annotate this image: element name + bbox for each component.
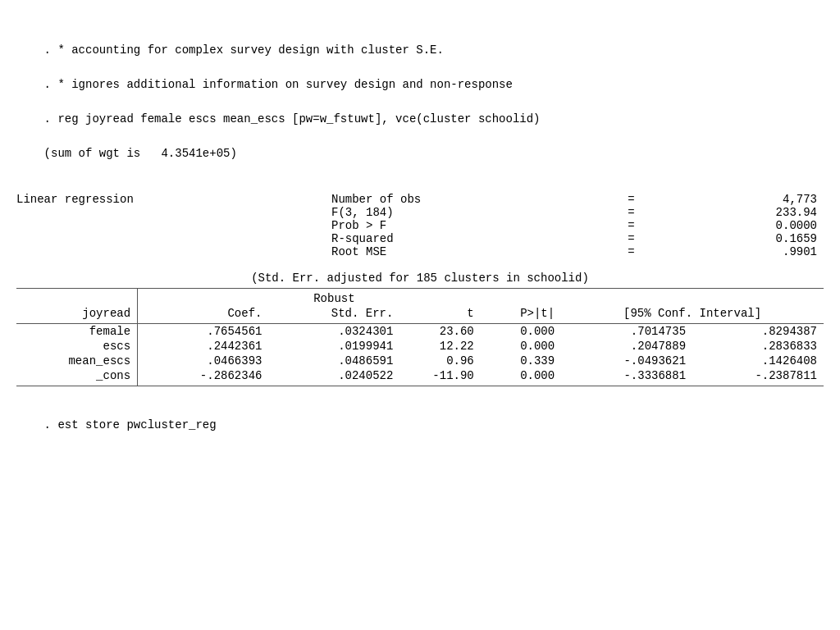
stats-table: Number of obs = 4,773 F(3, 184) = 233.94… [328, 193, 824, 258]
f-eq: = [624, 206, 666, 219]
std-err-note: (Std. Err. adjusted for 185 clusters in … [16, 272, 824, 285]
table-row: mean_escs .0466393 .0486591 0.96 0.339 -… [16, 354, 824, 368]
coef-val: .2442361 [138, 339, 269, 354]
ci-hi-val: .8294387 [692, 324, 824, 340]
header-row-1: Robust [16, 289, 824, 307]
line4: (sum of wgt is 4.3541e+05) [44, 147, 237, 160]
se-label: Std. Err. [268, 306, 399, 324]
ci-label: [95% Conf. Interval] [561, 306, 824, 324]
coef-val: -.2862346 [138, 368, 269, 386]
se-val: .0486591 [268, 354, 399, 368]
prob-label: Prob > F [328, 219, 624, 232]
footer-command: . est store pwcluster_reg [16, 399, 824, 451]
prob-val: 0.0000 [666, 219, 824, 232]
p-header [481, 289, 561, 307]
rsq-val: 0.1659 [666, 232, 824, 245]
ci-lo-val: -.3336881 [561, 368, 692, 386]
stats-block: Linear regression Number of obs = 4,773 … [16, 193, 824, 258]
table-row: _cons -.2862346 .0240522 -11.90 0.000 -.… [16, 368, 824, 386]
t-val: -11.90 [399, 368, 480, 386]
se-val: .0199941 [268, 339, 399, 354]
prob-eq: = [624, 219, 666, 232]
var-name: _cons [16, 368, 138, 386]
main-content: . * accounting for complex survey design… [16, 16, 824, 459]
var-name: female [16, 324, 138, 340]
coef-header [138, 289, 269, 307]
line2: . * ignores additional information on su… [44, 78, 513, 91]
p-val: 0.000 [481, 324, 561, 340]
line1: . * accounting for complex survey design… [44, 43, 444, 57]
rsq-eq: = [624, 232, 666, 245]
model-label: Linear regression [16, 193, 134, 206]
robust-header: Robust [268, 289, 399, 307]
table-row: escs .2442361 .0199941 12.22 0.000 .2047… [16, 339, 824, 354]
p-val: 0.000 [481, 339, 561, 354]
var-name: escs [16, 339, 138, 354]
model-label-area: Linear regression [16, 193, 328, 258]
ci-hi-val: .1426408 [692, 354, 824, 368]
var-name: mean_escs [16, 354, 138, 368]
coef-val: .0466393 [138, 354, 269, 368]
table-row: female .7654561 .0324301 23.60 0.000 .70… [16, 324, 824, 340]
rmse-val: .9901 [666, 245, 824, 258]
t-header [399, 289, 480, 307]
f-label: F(3, 184) [328, 206, 624, 219]
coef-label: Coef. [138, 306, 269, 324]
ci-hi-val: -.2387811 [692, 368, 824, 386]
t-val: 23.60 [399, 324, 480, 340]
p-val: 0.339 [481, 354, 561, 368]
ci-lo-val: -.0493621 [561, 354, 692, 368]
coef-val: .7654561 [138, 324, 269, 340]
t-val: 12.22 [399, 339, 480, 354]
ci-header2 [692, 289, 824, 307]
joyread-header: joyread [16, 306, 138, 324]
rsq-label: R-squared [328, 232, 624, 245]
num-obs-val: 4,773 [666, 193, 824, 206]
regression-table: Robust joyread Coef. Std. Err. t P>|t| [… [16, 288, 824, 386]
num-obs-eq: = [624, 193, 666, 206]
dep-var-header [16, 289, 138, 307]
ci-hi-val: .2836833 [692, 339, 824, 354]
line3: . reg joyread female escs mean_escs [pw=… [44, 112, 541, 126]
header-row-2: joyread Coef. Std. Err. t P>|t| [95% Con… [16, 306, 824, 324]
preamble-lines: . * accounting for complex survey design… [16, 25, 824, 180]
se-val: .0324301 [268, 324, 399, 340]
ci-lo-val: .7014735 [561, 324, 692, 340]
f-val: 233.94 [666, 206, 824, 219]
ci-lo-val: .2047889 [561, 339, 692, 354]
se-val: .0240522 [268, 368, 399, 386]
p-label: P>|t| [481, 306, 561, 324]
num-obs-label: Number of obs [328, 193, 624, 206]
rmse-label: Root MSE [328, 245, 624, 258]
t-val: 0.96 [399, 354, 480, 368]
rmse-eq: = [624, 245, 666, 258]
p-val: 0.000 [481, 368, 561, 386]
ci-header [561, 289, 692, 307]
t-label: t [399, 306, 480, 324]
